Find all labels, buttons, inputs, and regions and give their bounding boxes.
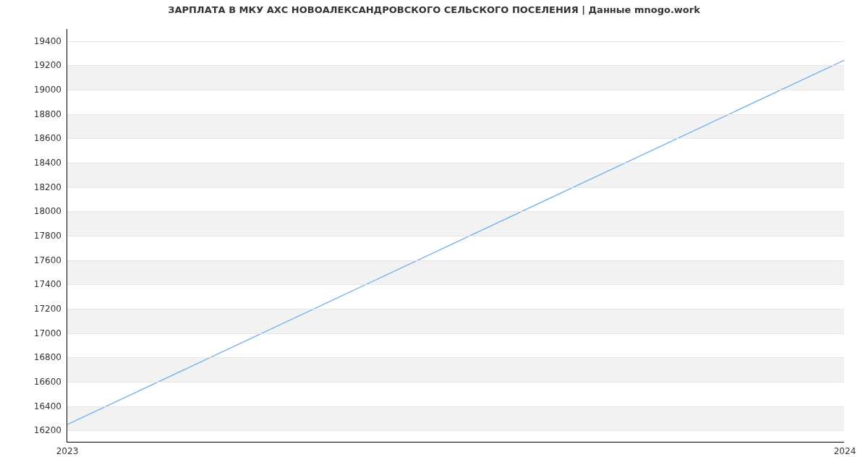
gridline	[67, 90, 844, 90]
y-tick-label: 18400	[34, 158, 67, 168]
y-tick-label: 18600	[34, 133, 67, 143]
y-tick-label: 19200	[34, 60, 67, 70]
gridline	[67, 260, 844, 261]
gridline	[67, 187, 844, 188]
gridline	[67, 309, 844, 309]
y-tick-label: 17800	[34, 231, 67, 241]
gridline	[67, 236, 844, 236]
y-tick-label: 19400	[34, 36, 67, 46]
y-tick-label: 17000	[34, 328, 67, 338]
plot-area: 1620016400166001680017000172001740017600…	[67, 29, 844, 443]
y-tick-label: 17600	[34, 255, 67, 265]
gridline	[67, 406, 844, 407]
y-tick-label: 18800	[34, 109, 67, 119]
x-tick-label: 2024	[834, 442, 856, 456]
gridline	[67, 357, 844, 358]
y-tick-label: 18200	[34, 182, 67, 192]
gridline	[67, 65, 844, 66]
gridline	[67, 430, 844, 431]
gridline	[67, 333, 844, 334]
gridline	[67, 41, 844, 42]
y-tick-label: 16600	[34, 377, 67, 387]
gridline	[67, 382, 844, 383]
chart-title: ЗАРПЛАТА В МКУ АХС НОВОАЛЕКСАНДРОВСКОГО …	[0, 4, 868, 15]
gridline	[67, 163, 844, 163]
y-tick-label: 19000	[34, 85, 67, 95]
gridline	[67, 284, 844, 285]
gridline	[67, 211, 844, 212]
y-tick-label: 16200	[34, 425, 67, 435]
x-tick-label: 2023	[56, 442, 79, 456]
y-tick-label: 18000	[34, 206, 67, 216]
y-tick-label: 17400	[34, 279, 67, 289]
chart-container: ЗАРПЛАТА В МКУ АХС НОВОАЛЕКСАНДРОВСКОГО …	[0, 0, 868, 470]
gridline	[67, 138, 844, 139]
series-line	[67, 60, 844, 424]
gridline	[67, 114, 844, 115]
y-tick-label: 16800	[34, 352, 67, 362]
y-tick-label: 16400	[34, 401, 67, 411]
y-tick-label: 17200	[34, 304, 67, 314]
